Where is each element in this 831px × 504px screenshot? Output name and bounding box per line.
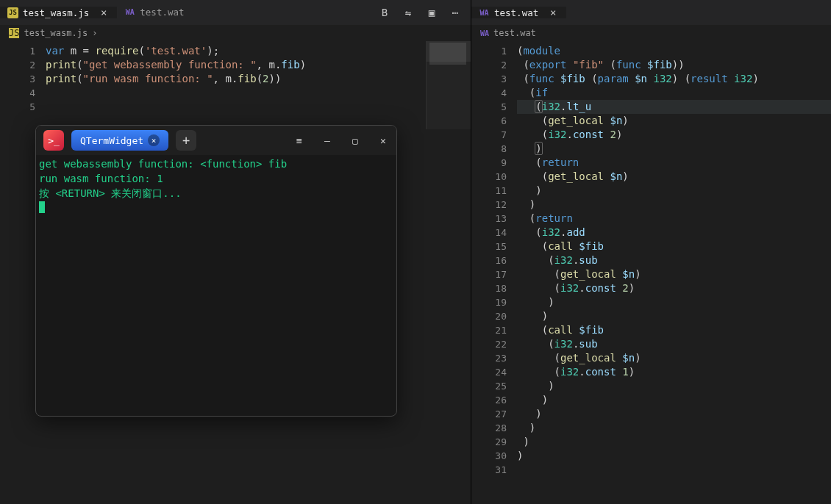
code-line[interactable]: ): [517, 379, 831, 393]
code-line[interactable]: (get_local $n): [517, 351, 831, 365]
code-line[interactable]: ): [517, 309, 831, 323]
code-line[interactable]: (get_local $n): [517, 114, 831, 128]
minimap[interactable]: [426, 41, 471, 129]
terminal-minimize-icon[interactable]: —: [321, 135, 333, 146]
tab-close-icon[interactable]: ×: [98, 7, 110, 18]
editor-toolbar: B ⇋ ▣ ⋯: [378, 7, 471, 18]
terminal-close-icon[interactable]: ✕: [377, 135, 389, 146]
editor-tab[interactable]: WAtest.wat: [117, 7, 198, 18]
breadcrumb-file: test_wasm.js: [24, 28, 88, 38]
code-line[interactable]: (module: [517, 44, 831, 58]
code-line[interactable]: [517, 463, 831, 477]
code-editor-right[interactable]: 1234567891011121314151617181920212223242…: [471, 41, 831, 504]
code-line[interactable]: (i32.const 1): [517, 365, 831, 379]
code-line[interactable]: (i32.add: [517, 226, 831, 240]
code-line[interactable]: (if: [517, 86, 831, 100]
terminal-new-tab-button[interactable]: +: [176, 130, 196, 151]
wa-file-icon: WA: [480, 29, 489, 37]
terminal-tab-label: QTermWidget: [80, 135, 143, 146]
terminal-tab-close-icon[interactable]: ×: [148, 134, 160, 146]
code-line[interactable]: (i32.const 2): [517, 128, 831, 142]
breadcrumb[interactable]: JS test_wasm.js ›: [0, 25, 471, 41]
code-line[interactable]: (return: [517, 156, 831, 170]
tab-label: test_wasm.js: [23, 7, 89, 18]
code-line[interactable]: (call $fib: [517, 323, 831, 337]
terminal-tab[interactable]: QTermWidget ×: [71, 130, 168, 151]
editor-tab[interactable]: JStest_wasm.js×: [0, 7, 117, 18]
editor-tab[interactable]: WAtest.wat×: [471, 7, 566, 18]
terminal-maximize-icon[interactable]: ▢: [349, 135, 361, 146]
code-line[interactable]: (i32.const 2): [517, 281, 831, 295]
breadcrumb-separator: ›: [92, 28, 97, 38]
code-line[interactable]: (i32.sub: [517, 253, 831, 267]
code-line[interactable]: (i32.sub: [517, 337, 831, 351]
breadcrumb-file: test.wat: [493, 28, 536, 38]
code-line[interactable]: (export "fib" (func $fib)): [517, 58, 831, 72]
code-line[interactable]: ): [517, 435, 831, 449]
breadcrumb[interactable]: WA test.wat: [471, 25, 831, 41]
tab-bar-right: WAtest.wat×: [471, 0, 831, 25]
terminal-line: run wasm function: 1: [39, 171, 390, 186]
js-file-icon: JS: [9, 28, 19, 38]
code-line[interactable]: [46, 100, 471, 114]
terminal-window[interactable]: >_ QTermWidget × + ≡ — ▢ ✕ get webassemb…: [35, 125, 397, 417]
code-area[interactable]: (module (export "fib" (func $fib)) (func…: [517, 41, 831, 504]
code-line[interactable]: ): [517, 198, 831, 212]
code-line[interactable]: ): [517, 393, 831, 407]
terminal-app-icon: >_: [43, 130, 64, 151]
js-file-icon: JS: [7, 7, 18, 18]
code-line[interactable]: print("run wasm function: ", m.fib(2)): [46, 72, 471, 86]
wa-file-icon: WA: [479, 7, 490, 18]
line-gutter: 1234567891011121314151617181920212223242…: [471, 41, 517, 504]
terminal-line: get webassembly function: <function> fib: [39, 156, 390, 171]
terminal-line: 按 <RETURN> 来关闭窗口...: [39, 186, 390, 201]
code-line[interactable]: ): [517, 407, 831, 421]
code-line[interactable]: (call $fib: [517, 240, 831, 253]
terminal-titlebar[interactable]: >_ QTermWidget × + ≡ — ▢ ✕: [36, 126, 396, 155]
tab-label: test.wat: [140, 7, 184, 18]
code-line[interactable]: (get_local $n): [517, 267, 831, 281]
more-icon[interactable]: ⋯: [449, 7, 462, 18]
code-line[interactable]: (i32.lt_u: [517, 100, 831, 114]
terminal-cursor: [39, 201, 45, 213]
editor-pane-left: JStest_wasm.js×WAtest.wat B ⇋ ▣ ⋯ JS tes…: [0, 0, 471, 504]
editor-pane-right: WAtest.wat× WA test.wat 1234567891011121…: [471, 0, 831, 504]
tab-bar-left: JStest_wasm.js×WAtest.wat B ⇋ ▣ ⋯: [0, 0, 471, 25]
code-line[interactable]: ): [517, 142, 831, 156]
code-line[interactable]: ): [517, 295, 831, 309]
code-line[interactable]: ): [517, 421, 831, 435]
code-line[interactable]: (func $fib (param $n i32) (result i32): [517, 72, 831, 86]
code-line[interactable]: ): [517, 449, 831, 463]
terminal-menu-icon[interactable]: ≡: [293, 135, 305, 146]
code-line[interactable]: var m = require('test.wat');: [46, 44, 471, 58]
code-line[interactable]: print("get webassembly function: ", m.fi…: [46, 58, 471, 72]
terminal-output[interactable]: get webassembly function: <function> fib…: [36, 155, 396, 416]
tab-label: test.wat: [494, 7, 538, 18]
compare-icon[interactable]: ⇋: [402, 7, 415, 18]
code-line[interactable]: (return: [517, 212, 831, 226]
code-line[interactable]: ): [517, 184, 831, 198]
code-line[interactable]: [46, 86, 471, 100]
tab-close-icon[interactable]: ×: [547, 7, 559, 18]
wa-file-icon: WA: [124, 7, 135, 18]
split-editor-icon[interactable]: ▣: [425, 7, 438, 18]
code-line[interactable]: (get_local $n): [517, 170, 831, 184]
bold-icon[interactable]: B: [378, 7, 391, 18]
